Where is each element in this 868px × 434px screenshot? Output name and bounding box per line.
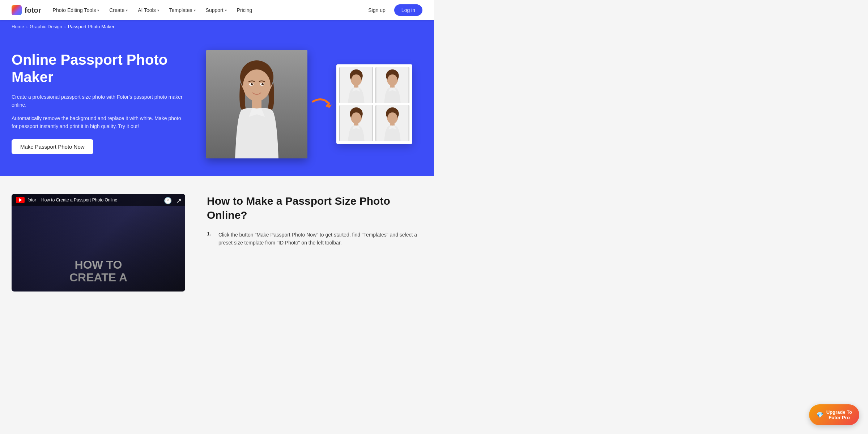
watch-later-icon[interactable]: 🕐 bbox=[164, 197, 172, 205]
breadcrumb-sep-1: › bbox=[26, 25, 28, 29]
hero-main-photo bbox=[206, 50, 307, 158]
video-full-title: How to Create a Passport Photo Online bbox=[41, 197, 117, 203]
video-overlay bbox=[12, 194, 185, 292]
nav-item-pricing[interactable]: Pricing bbox=[233, 5, 257, 15]
nav-label-support: Support bbox=[206, 7, 224, 13]
video-area: HOW TO CREATE A fotor How to Create a Pa… bbox=[12, 194, 185, 292]
chevron-down-icon: ▾ bbox=[194, 8, 196, 12]
nav-item-ai-tools[interactable]: AI Tools ▾ bbox=[133, 5, 163, 15]
hero-title: Online Passport Photo Maker bbox=[12, 51, 185, 86]
breadcrumb-home[interactable]: Home bbox=[12, 24, 24, 29]
video-title-bar: fotor How to Create a Passport Photo Onl… bbox=[12, 194, 185, 206]
instruction-item-1: 1. Click the button "Make Passport Photo… bbox=[207, 231, 422, 247]
hero-content: Online Passport Photo Maker Create a pro… bbox=[12, 51, 185, 154]
logo[interactable]: fotor bbox=[12, 5, 41, 15]
grid-cell-4 bbox=[375, 105, 409, 141]
grid-cell-2 bbox=[375, 67, 409, 103]
instructions-area: How to Make a Passport Size Photo Online… bbox=[207, 194, 422, 253]
chevron-down-icon: ▾ bbox=[157, 8, 159, 12]
nav-items: Photo Editing Tools ▾ Create ▾ AI Tools … bbox=[48, 5, 364, 15]
nav-item-support[interactable]: Support ▾ bbox=[201, 5, 231, 15]
instructions-title: How to Make a Passport Size Photo Online… bbox=[207, 194, 422, 222]
svg-point-4 bbox=[243, 69, 271, 101]
breadcrumb: Home › Graphic Design › Passport Photo M… bbox=[0, 20, 434, 33]
lower-section: HOW TO CREATE A fotor How to Create a Pa… bbox=[0, 176, 434, 310]
grid-cell-1 bbox=[339, 67, 373, 103]
svg-point-18 bbox=[387, 75, 397, 86]
nav-item-templates[interactable]: Templates ▾ bbox=[165, 5, 200, 15]
arrow-icon bbox=[311, 94, 333, 112]
youtube-logo-icon bbox=[16, 197, 25, 203]
video-thumbnail[interactable]: HOW TO CREATE A fotor How to Create a Pa… bbox=[12, 194, 185, 292]
video-title-text: fotor bbox=[27, 197, 36, 203]
hero-grid-photos bbox=[336, 64, 412, 144]
share-icon[interactable]: ↗ bbox=[176, 197, 182, 205]
svg-point-28 bbox=[387, 112, 397, 124]
hero-visuals bbox=[206, 50, 412, 158]
nav-label-pricing: Pricing bbox=[237, 7, 252, 13]
instruction-text-1: Click the button "Make Passport Photo No… bbox=[218, 231, 422, 247]
login-button[interactable]: Log in bbox=[394, 4, 422, 16]
hero-section: Online Passport Photo Maker Create a pro… bbox=[0, 33, 434, 176]
chevron-down-icon: ▾ bbox=[225, 8, 227, 12]
breadcrumb-current: Passport Photo Maker bbox=[68, 24, 115, 29]
breadcrumb-sep-2: › bbox=[64, 25, 66, 29]
nav-item-photo-editing[interactable]: Photo Editing Tools ▾ bbox=[48, 5, 104, 15]
nav-item-create[interactable]: Create ▾ bbox=[105, 5, 132, 15]
chevron-down-icon: ▾ bbox=[97, 8, 99, 12]
signup-button[interactable]: Sign up bbox=[364, 5, 390, 15]
nav-label-create: Create bbox=[109, 7, 124, 13]
svg-point-23 bbox=[351, 112, 361, 124]
hero-desc-2: Automatically remove the background and … bbox=[12, 114, 185, 131]
hero-desc-1: Create a professional passport size phot… bbox=[12, 93, 185, 109]
navbar: fotor Photo Editing Tools ▾ Create ▾ AI … bbox=[0, 0, 434, 20]
chevron-down-icon: ▾ bbox=[126, 8, 128, 12]
nav-actions: Sign up Log in bbox=[364, 4, 422, 16]
nav-label-templates: Templates bbox=[169, 7, 192, 13]
hero-cta: Make Passport Photo Now bbox=[12, 139, 185, 154]
nav-label-photo-editing: Photo Editing Tools bbox=[53, 7, 96, 13]
nav-label-ai-tools: AI Tools bbox=[138, 7, 156, 13]
logo-text: fotor bbox=[25, 6, 41, 14]
instruction-num-1: 1. bbox=[207, 231, 214, 237]
grid-cell-3 bbox=[339, 105, 373, 141]
svg-point-8 bbox=[251, 83, 253, 85]
breadcrumb-graphic-design[interactable]: Graphic Design bbox=[30, 24, 62, 29]
svg-point-9 bbox=[261, 83, 264, 85]
make-passport-photo-button[interactable]: Make Passport Photo Now bbox=[12, 139, 93, 154]
video-actions: 🕐 ↗ bbox=[164, 197, 182, 205]
fotor-logo-icon bbox=[12, 5, 22, 15]
svg-point-13 bbox=[351, 75, 361, 86]
